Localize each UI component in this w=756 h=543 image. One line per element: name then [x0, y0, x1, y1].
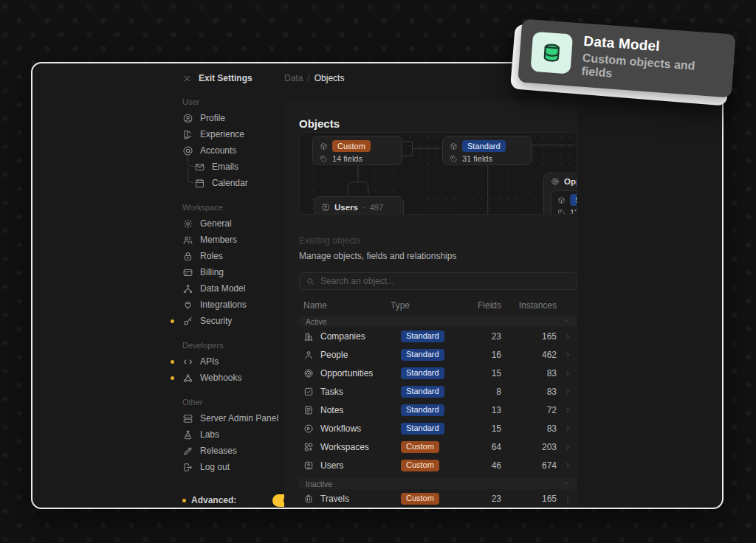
- column-instances[interactable]: Instances: [501, 300, 557, 311]
- table-header: Name Type Fields Instances: [299, 299, 577, 312]
- fields-count: 16: [461, 350, 501, 360]
- type-badge: Custom: [401, 460, 439, 471]
- server-icon: [182, 413, 193, 424]
- object-row-travels[interactable]: TravelsCustom23165: [299, 489, 577, 508]
- object-model-diagram[interactable]: Custom 14 fields Standard 31 fields User…: [299, 132, 577, 215]
- instances-count: 72: [501, 405, 557, 415]
- tag-icon: [450, 155, 458, 163]
- diagram-node-users[interactable]: Users · 497: [314, 196, 404, 215]
- row-action[interactable]: [557, 424, 577, 433]
- chevron-up-icon: [563, 317, 571, 325]
- diagram-node-custom[interactable]: Custom 14 fields: [312, 136, 402, 165]
- object-name: People: [320, 350, 348, 360]
- node-count: 497: [370, 203, 383, 212]
- user-square-icon: [303, 460, 314, 471]
- type-badge: Custom: [401, 493, 439, 505]
- object-row-tasks[interactable]: TasksStandard883: [299, 382, 577, 401]
- type-badge: Standard: [401, 404, 444, 416]
- row-action[interactable]: [557, 406, 577, 415]
- standard-badge: Standard: [570, 194, 577, 206]
- sidebar-item-label: Server Admin Panel: [200, 413, 278, 423]
- column-name[interactable]: Name: [303, 300, 391, 311]
- node-title: Users: [334, 203, 358, 212]
- sidebar-item-label: Security: [200, 316, 232, 326]
- chevron-up-icon: [563, 480, 571, 488]
- breadcrumb-parent[interactable]: Data: [284, 73, 303, 83]
- row-action[interactable]: [557, 494, 577, 503]
- sidebar-item-label: Log out: [200, 462, 230, 472]
- plug-icon: [182, 300, 193, 311]
- object-name: Travels: [320, 494, 349, 504]
- chevron-right-icon: [563, 424, 572, 433]
- page-title: Objects: [299, 101, 577, 132]
- fields-count: 13: [461, 405, 501, 415]
- settings-window: Exit Settings UserProfileExperienceAccou…: [31, 62, 724, 509]
- group-header-inactive[interactable]: Inactive: [299, 478, 577, 489]
- sidebar-item-label: General: [200, 218, 232, 229]
- row-action[interactable]: [557, 443, 577, 452]
- user-circle-icon: [182, 113, 193, 124]
- instances-count: 462: [501, 350, 557, 360]
- search-input[interactable]: [320, 276, 571, 286]
- instances-count: 674: [501, 460, 557, 471]
- cube-icon: [320, 142, 328, 151]
- type-badge: Custom: [401, 441, 439, 453]
- diagram-node-standard[interactable]: Standard 31 fields: [442, 136, 532, 165]
- object-name: Notes: [320, 405, 343, 415]
- custom-badge: Custom: [332, 140, 371, 152]
- database-icon: [539, 40, 564, 65]
- hierarchy-icon: [182, 283, 193, 294]
- type-badge: Standard: [401, 349, 444, 361]
- lock-icon: [182, 251, 193, 262]
- object-row-companies[interactable]: CompaniesStandard23165: [299, 327, 577, 345]
- fields-count: 64: [461, 442, 501, 452]
- fields-count: 12 fields: [570, 208, 577, 215]
- object-row-notes[interactable]: NotesStandard1372: [299, 401, 577, 419]
- code-icon: [182, 356, 193, 367]
- object-row-workflows[interactable]: WorkflowsStandard1583: [299, 419, 577, 437]
- group-header-active[interactable]: Active: [299, 316, 577, 327]
- object-row-users[interactable]: UsersCustom46674: [299, 456, 577, 474]
- chevron-right-icon: [563, 443, 572, 452]
- standard-badge: Standard: [462, 140, 506, 152]
- key-icon: [182, 316, 193, 327]
- sidebar-item-label: Profile: [200, 113, 225, 123]
- object-search[interactable]: [299, 272, 577, 290]
- row-action[interactable]: [557, 387, 577, 396]
- sidebar-item-label: Webhooks: [200, 373, 241, 383]
- close-icon: [182, 74, 192, 83]
- column-type[interactable]: Type: [391, 300, 461, 311]
- objects-table: ActiveCompaniesStandard23165PeopleStanda…: [299, 316, 577, 508]
- sidebar-item-label: Labs: [200, 429, 219, 440]
- advanced-toggle-row: Advanced:: [182, 492, 295, 508]
- section-description: Manage objects, fields and relationships: [299, 251, 577, 261]
- object-row-opportunities[interactable]: OpportunitiesStandard1583: [299, 364, 577, 382]
- swatch-icon: [182, 129, 193, 140]
- fields-count: 23: [461, 494, 501, 504]
- advanced-label: Advanced:: [191, 495, 236, 505]
- type-badge: Standard: [401, 331, 444, 342]
- tag-icon: [320, 155, 328, 163]
- target-icon: [303, 368, 314, 378]
- object-name: Users: [320, 460, 343, 471]
- fields-count: 15: [461, 423, 501, 434]
- sidebar-item-label: Billing: [200, 267, 224, 277]
- exit-settings-label: Exit Settings: [199, 73, 252, 83]
- fields-count: 15: [461, 368, 501, 378]
- row-action[interactable]: [557, 332, 577, 341]
- fields-count: 8: [461, 387, 501, 397]
- chevron-right-icon: [563, 332, 572, 341]
- object-row-people[interactable]: PeopleStandard16462: [299, 345, 577, 364]
- row-action[interactable]: [557, 350, 577, 359]
- column-fields[interactable]: Fields: [461, 300, 501, 311]
- object-row-workspaces[interactable]: WorkspacesCustom64203: [299, 437, 577, 456]
- notes-icon: [303, 405, 314, 415]
- sidebar-item-label: APIs: [200, 356, 219, 367]
- row-action[interactable]: [557, 369, 577, 378]
- sidebar-item-label: Accounts: [200, 145, 236, 156]
- diagram-node-opportunities[interactable]: Opportunities Standard 12 fields: [543, 173, 577, 215]
- type-badge: Standard: [401, 367, 444, 379]
- group-label: Active: [306, 317, 327, 326]
- row-action[interactable]: [557, 461, 577, 470]
- object-name: Tasks: [320, 387, 343, 397]
